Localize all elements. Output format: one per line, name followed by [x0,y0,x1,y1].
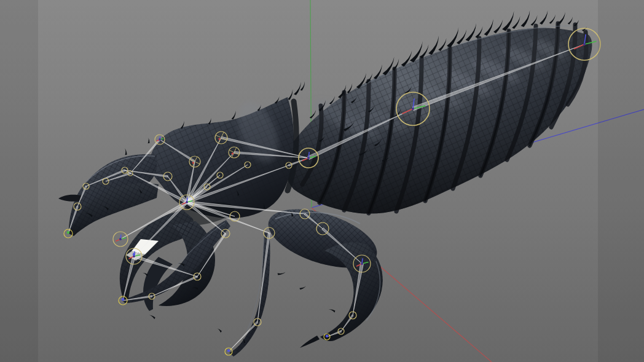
rig-joint-controller[interactable] [113,232,128,246]
joint-axis-dot [67,231,69,234]
bristle-spike [299,286,306,289]
bristle-spike [278,272,286,275]
gizmo-core-dot [307,157,310,159]
rig-joint-controller[interactable] [225,348,232,355]
abdomen-mesh[interactable] [285,23,592,214]
bristle-spike [484,19,493,36]
bristle-spike [558,12,565,23]
bristle-spike [310,110,316,119]
bristle-spike [568,17,573,25]
wheel-mark [218,138,220,140]
bristle-spike [428,36,439,55]
insect-model-mesh[interactable] [58,10,592,356]
wheel-mark [232,152,234,154]
scene-canvas[interactable] [0,0,644,362]
bristle-spike [521,10,530,27]
bristle-spike [149,315,155,320]
bristle-spike [493,20,503,33]
gizmo-core-dot [159,138,161,141]
claw-tip-spur [300,336,320,348]
gizmo-core-dot [186,201,188,203]
bristle-spike [540,10,548,25]
gizmo-core-dot [412,108,414,110]
bristle-spike [148,138,150,143]
bristle-spike [294,82,301,95]
joint-axis-dot [227,349,230,352]
joint-axis-dot [326,335,328,337]
bristle-spike [465,23,476,42]
bristle-spike [300,81,305,90]
joint-axis-dot [133,253,135,256]
bristle-spike [288,89,293,100]
gizmo-core-dot [119,238,122,240]
bristle-spike [232,111,236,119]
bristle-spike [512,16,520,29]
bristle-spike [143,273,148,277]
antenna-barb [58,195,81,202]
gizmo-core-dot [583,43,586,45]
bristle-spike [502,11,514,31]
bristle-spike [549,15,556,24]
wheel-mark [192,162,194,163]
abdomen-belly-shade [285,28,592,213]
3d-viewport[interactable] [0,0,644,362]
bristle-spike [125,148,127,155]
bristle-spike [329,309,336,312]
bristle-spike [217,328,222,332]
left-appendages-mesh[interactable] [58,154,159,236]
leg-mid-down-wire [229,232,270,356]
gizmo-core-dot [361,262,363,265]
joint-axis-dot [122,298,124,301]
